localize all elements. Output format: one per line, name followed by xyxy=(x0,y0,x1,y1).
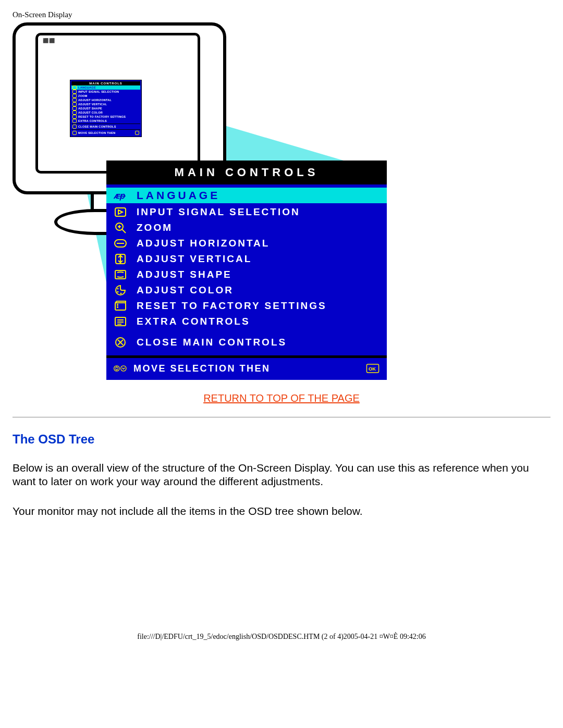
osd-panel: MAIN CONTROLS ᴁᵽ LANGUAGE INPUT SIGNAL S… xyxy=(106,161,387,380)
osd-item-vert[interactable]: ADJUST VERTICAL xyxy=(106,251,387,267)
horiz-icon xyxy=(114,237,127,250)
osd-item-label: EXTRA CONTROLS xyxy=(137,316,250,327)
svg-line-5 xyxy=(122,229,126,233)
osd-item-input[interactable]: INPUT SIGNAL SELECTION xyxy=(106,204,387,220)
color-icon xyxy=(114,284,127,297)
input-icon xyxy=(114,206,127,218)
close-icon xyxy=(114,336,127,349)
mini-osd-panel: MAIN CONTROLS LANGUAGE INPUT SIGNAL SELE… xyxy=(70,80,142,137)
zoom-icon xyxy=(114,221,127,234)
svg-point-13 xyxy=(117,288,119,290)
extra-icon xyxy=(114,315,127,328)
ok-icon: OK xyxy=(366,362,380,375)
osd-footer: MOVE SELECTION THEN OK xyxy=(106,355,387,380)
osd-item-label: ADJUST COLOR xyxy=(137,285,234,296)
osd-heading: MAIN CONTROLS xyxy=(106,161,387,184)
osd-item-close[interactable]: CLOSE MAIN CONTROLS xyxy=(106,335,387,350)
section-heading: The OSD Tree xyxy=(13,432,550,447)
svg-rect-3 xyxy=(115,208,126,216)
svg-point-15 xyxy=(120,293,122,294)
vert-icon xyxy=(114,253,127,265)
osd-item-reset[interactable]: RESET TO FACTORY SETTINGS xyxy=(106,298,387,314)
osd-item-label: ADJUST SHAPE xyxy=(137,269,232,280)
page-header: On-Screen Display xyxy=(13,10,550,19)
osd-item-horiz[interactable]: ADJUST HORIZONTAL xyxy=(106,236,387,251)
section-para-1: Below is an overall view of the structur… xyxy=(13,461,550,489)
osd-item-shape[interactable]: ADJUST SHAPE xyxy=(106,267,387,282)
mini-osd-heading: MAIN CONTROLS xyxy=(71,81,140,85)
osd-item-label: ADJUST VERTICAL xyxy=(137,253,252,265)
osd-item-label: CLOSE MAIN CONTROLS xyxy=(137,337,287,348)
osd-item-color[interactable]: ADJUST COLOR xyxy=(106,282,387,298)
svg-text:ᴁᵽ: ᴁᵽ xyxy=(114,191,126,201)
osd-figure: ⬛⬛ MAIN CONTROLS LANGUAGE INPUT SIGNAL S… xyxy=(13,22,398,382)
return-top-link[interactable]: RETURN TO TOP OF THE PAGE xyxy=(203,392,360,404)
svg-text:OK: OK xyxy=(369,366,376,372)
section-para-2: Your monitor may not include all the ite… xyxy=(13,504,550,518)
footer-filepath: file:///D|/EDFU/crt_19_5/edoc/english/OS… xyxy=(13,633,550,641)
osd-item-extra[interactable]: EXTRA CONTROLS xyxy=(106,314,387,329)
svg-point-25 xyxy=(121,366,126,371)
osd-item-label: RESET TO FACTORY SETTINGS xyxy=(137,300,327,312)
divider xyxy=(13,417,550,417)
osd-item-label: ADJUST HORIZONTAL xyxy=(137,238,270,249)
language-icon: ᴁᵽ xyxy=(114,189,127,202)
svg-point-14 xyxy=(117,291,119,293)
osd-item-label: LANGUAGE xyxy=(137,189,220,202)
osd-footer-label: MOVE SELECTION THEN xyxy=(133,363,271,374)
osd-item-zoom[interactable]: ZOOM xyxy=(106,220,387,236)
nav-updown-icon xyxy=(114,362,127,375)
return-top-link-wrap: RETURN TO TOP OF THE PAGE xyxy=(13,392,550,404)
reset-icon xyxy=(114,300,127,312)
osd-item-label: ZOOM xyxy=(137,222,173,233)
osd-item-language[interactable]: ᴁᵽ LANGUAGE xyxy=(106,188,387,203)
osd-item-label: INPUT SIGNAL SELECTION xyxy=(137,206,300,218)
shape-icon xyxy=(114,268,127,281)
